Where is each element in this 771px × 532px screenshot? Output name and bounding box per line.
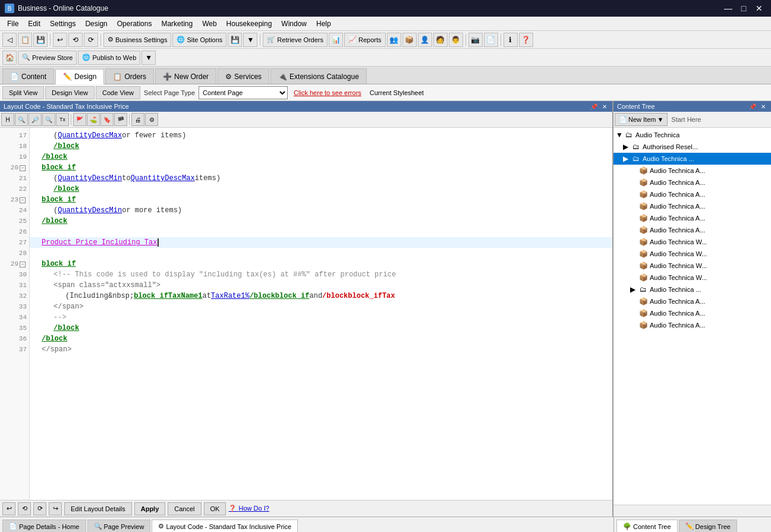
code-bottom-btn2[interactable]: ⟲ bbox=[18, 502, 31, 515]
preview-store-btn[interactable]: 🔍 Preview Store bbox=[18, 51, 77, 65]
person3-btn[interactable]: 👨 bbox=[449, 33, 463, 47]
expand-icon[interactable]: ▼ bbox=[616, 131, 624, 139]
code-bottom-btn3[interactable]: ⟳ bbox=[33, 502, 46, 515]
collapse-23[interactable]: − bbox=[20, 197, 26, 203]
menu-edit[interactable]: Edit bbox=[23, 18, 45, 29]
retrieve-orders-btn[interactable]: 🛒 Retrieve Orders bbox=[263, 33, 328, 47]
tab-extensions[interactable]: 🔌 Extensions Catalogue bbox=[270, 68, 367, 84]
menu-file[interactable]: File bbox=[2, 18, 23, 29]
code-tool-1[interactable]: H bbox=[1, 113, 14, 126]
close-button[interactable]: ✕ bbox=[752, 2, 766, 14]
menu-settings[interactable]: Settings bbox=[45, 18, 80, 29]
barcode-icon-btn[interactable]: 📊 bbox=[329, 33, 343, 47]
tree-item-selected[interactable]: ▶ 🗂 Audio Technica ... bbox=[613, 153, 771, 165]
menu-operations[interactable]: Operations bbox=[112, 18, 157, 29]
code-content[interactable]: (QuantityDescMax or fewer items) /block … bbox=[30, 128, 612, 500]
code-bottom-btn4[interactable]: ↪ bbox=[49, 502, 62, 515]
tab-content[interactable]: 📄 Content bbox=[2, 68, 54, 84]
design-view-btn[interactable]: Design View bbox=[45, 86, 95, 99]
collapse-20[interactable]: − bbox=[20, 165, 26, 171]
list-item[interactable]: 📦 Audio Technica A... bbox=[613, 177, 771, 188]
save2-btn[interactable]: 💾 bbox=[228, 33, 242, 47]
list-item[interactable]: 📦 Audio Technica W... bbox=[613, 248, 771, 260]
tab-services[interactable]: ⚙ Services bbox=[218, 68, 269, 84]
bottom-tab-page-details[interactable]: 📄 Page Details - Home bbox=[2, 520, 86, 532]
expand-icon3[interactable]: ▶ bbox=[623, 155, 631, 163]
list-item[interactable]: 📦 Audio Technica W... bbox=[613, 272, 771, 284]
code-tool-print[interactable]: 🖨 bbox=[131, 113, 144, 126]
menu-design[interactable]: Design bbox=[80, 18, 112, 29]
close-panel-btn[interactable]: ✕ bbox=[600, 103, 609, 110]
dropdown-btn[interactable]: ▼ bbox=[243, 33, 257, 47]
camera-btn[interactable]: 📷 bbox=[468, 33, 483, 47]
code-tool-zoom-out[interactable]: 🔍 bbox=[42, 113, 55, 126]
code-tool-flag4[interactable]: 🏴 bbox=[114, 113, 127, 126]
menu-window[interactable]: Window bbox=[276, 18, 311, 29]
person-btn[interactable]: 👤 bbox=[418, 33, 432, 47]
undo-arrow-btn[interactable]: ⟲ bbox=[68, 33, 83, 47]
box-btn[interactable]: 📦 bbox=[402, 33, 417, 47]
code-tool-flag2[interactable]: ⛳ bbox=[87, 113, 100, 126]
page-type-select[interactable]: Content Page bbox=[199, 86, 288, 99]
code-tool-settings[interactable]: ⚙ bbox=[145, 113, 158, 126]
menu-web[interactable]: Web bbox=[197, 18, 221, 29]
split-view-btn[interactable]: Split View bbox=[2, 86, 44, 99]
code-bottom-btn1[interactable]: ↩ bbox=[2, 502, 15, 515]
info-btn[interactable]: ℹ bbox=[503, 33, 518, 47]
list-item[interactable]: 📦 Audio Technica A... bbox=[613, 212, 771, 224]
exp-expand[interactable]: ▶ bbox=[630, 285, 638, 294]
minimize-button[interactable]: — bbox=[721, 2, 735, 14]
business-settings-btn[interactable]: ⚙ Business Settings bbox=[103, 33, 171, 47]
code-tool-flag1[interactable]: 🚩 bbox=[73, 113, 86, 126]
reports-btn[interactable]: 📈 Reports bbox=[344, 33, 386, 47]
list-item[interactable]: 📦 Audio Technica A... bbox=[613, 224, 771, 236]
publish-dropdown-btn[interactable]: ▼ bbox=[141, 51, 156, 65]
tab-new-order[interactable]: ➕ New Order bbox=[155, 68, 216, 84]
code-tool-tx[interactable]: Tx bbox=[56, 113, 69, 126]
back-btn[interactable]: ◁ bbox=[2, 33, 17, 47]
list-item[interactable]: ▶ 🗂 Audio Technica ... bbox=[613, 284, 771, 295]
pin-btn[interactable]: 📌 bbox=[589, 103, 599, 110]
tree-item-root[interactable]: ▼ 🗂 Audio Technica bbox=[613, 129, 771, 141]
redo-btn[interactable]: ⟳ bbox=[84, 33, 98, 47]
list-item[interactable]: 📦 Audio Technica A... bbox=[613, 200, 771, 212]
bottom-tab-layout-code[interactable]: ⚙ Layout Code - Standard Tax Inclusive P… bbox=[152, 520, 298, 532]
list-item[interactable]: 📦 Audio Technica A... bbox=[613, 295, 771, 307]
save-btn[interactable]: 💾 bbox=[33, 33, 48, 47]
cancel-btn[interactable]: Cancel bbox=[168, 502, 201, 515]
bottom-tab-page-preview[interactable]: 🔍 Page Preview bbox=[87, 520, 151, 532]
expand-icon2[interactable]: ▶ bbox=[623, 143, 631, 151]
tab-design[interactable]: ✏️ Design bbox=[55, 69, 104, 84]
list-item[interactable]: 📦 Audio Technica W... bbox=[613, 236, 771, 248]
copy-btn[interactable]: 📋 bbox=[18, 33, 32, 47]
code-tool-2[interactable]: 🔍 bbox=[15, 113, 28, 126]
tree-pin-btn[interactable]: 📌 bbox=[747, 103, 758, 110]
list-item[interactable]: 📦 Audio Technica A... bbox=[613, 188, 771, 200]
code-tool-flag3[interactable]: 🔖 bbox=[100, 113, 114, 126]
help-btn[interactable]: ❓ bbox=[519, 33, 533, 47]
error-link[interactable]: Click here to see errors bbox=[289, 89, 366, 96]
how-do-i-link[interactable]: ❓ How Do I? bbox=[228, 505, 269, 512]
publish-web-btn[interactable]: 🌐 Publish to Web bbox=[78, 51, 140, 65]
list-item[interactable]: 📦 Audio Technica A... bbox=[613, 319, 771, 331]
people-btn[interactable]: 👥 bbox=[387, 33, 401, 47]
tree-item-authorised[interactable]: ▶ 🗂 Authorised Resel... bbox=[613, 141, 771, 153]
home-btn[interactable]: 🏠 bbox=[2, 51, 17, 65]
code-tool-zoom-in[interactable]: 🔎 bbox=[29, 113, 42, 126]
doc-btn[interactable]: 📄 bbox=[484, 33, 498, 47]
list-item[interactable]: 📦 Audio Technica A... bbox=[613, 307, 771, 319]
bottom-tab-content-tree[interactable]: 🌳 Content Tree bbox=[616, 520, 678, 532]
menu-marketing[interactable]: Marketing bbox=[156, 18, 197, 29]
list-item[interactable]: 📦 Audio Technica A... bbox=[613, 165, 771, 177]
collapse-29[interactable]: − bbox=[20, 262, 26, 267]
person2-btn[interactable]: 🧑 bbox=[433, 33, 448, 47]
apply-btn[interactable]: Apply bbox=[134, 502, 166, 515]
bottom-tab-design-tree[interactable]: ✏️ Design Tree bbox=[679, 520, 737, 532]
undo-btn[interactable]: ↩ bbox=[53, 33, 67, 47]
tree-close-btn[interactable]: ✕ bbox=[759, 103, 767, 110]
tab-orders[interactable]: 📋 Orders bbox=[105, 68, 154, 84]
ok-btn[interactable]: OK bbox=[204, 502, 226, 515]
list-item[interactable]: 📦 Audio Technica W... bbox=[613, 260, 771, 272]
edit-layout-btn[interactable]: Edit Layout Details bbox=[64, 502, 132, 515]
new-item-btn[interactable]: 📄 New Item ▼ bbox=[615, 113, 668, 126]
